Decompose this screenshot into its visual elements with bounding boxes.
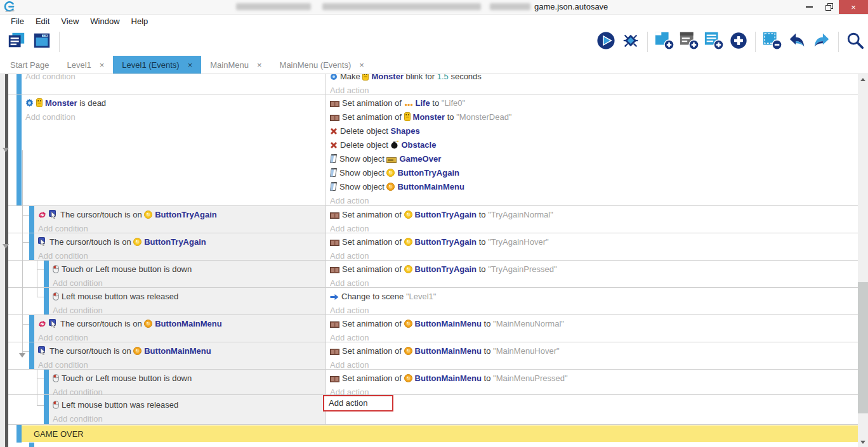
action-line[interactable]: Set animation of ButtonTryAgain to "TryA… xyxy=(330,262,858,276)
scrollbar-thumb[interactable] xyxy=(858,282,868,413)
action-line[interactable]: Set animation of ButtonMainMenu to "Main… xyxy=(330,372,858,385)
action-line[interactable]: Set animation of ButtonMainMenu to "Main… xyxy=(330,317,858,331)
tab-start-page[interactable]: Start Page xyxy=(1,56,58,74)
event-row-cursor-on-mainmenu-inverted: The cursor/touch is on ButtonMainMenuAdd… xyxy=(8,315,858,342)
add-condition-button[interactable]: Add condition xyxy=(25,74,326,84)
condition-line[interactable]: The cursor/touch is on ButtonMainMenu xyxy=(38,344,326,358)
events-left-gutter xyxy=(0,74,5,447)
tab-mainmenu[interactable]: MainMenu× xyxy=(201,56,270,74)
tree-connector-line xyxy=(22,150,23,357)
action-line[interactable]: Set animation of ButtonTryAgain to "TryA… xyxy=(330,208,858,222)
menu-item-file[interactable]: File xyxy=(5,16,30,26)
action-line[interactable]: Set animation of ButtonTryAgain to "TryA… xyxy=(330,235,858,249)
tab-close-icon[interactable]: × xyxy=(188,60,193,70)
remove-event-button[interactable] xyxy=(762,32,782,52)
condition-line[interactable]: The cursor/touch is on ButtonMainMenu xyxy=(38,317,326,331)
mouse-icon xyxy=(53,264,59,276)
condition-line[interactable]: Touch or Left mouse button is down xyxy=(53,372,326,385)
restore-button[interactable] xyxy=(820,0,839,14)
text-part: to xyxy=(477,210,488,219)
conditions-cell: The cursor/touch is on ButtonMainMenuAdd… xyxy=(29,315,326,342)
scroll-down-button[interactable] xyxy=(858,437,868,447)
delete-icon xyxy=(330,139,338,152)
conditions-cell: Left mouse button was releasedAdd condit… xyxy=(44,288,326,314)
conditions-cell: The cursor/touch is on ButtonTryAgainAdd… xyxy=(29,206,326,233)
monster-icon xyxy=(36,98,43,110)
text-part: to xyxy=(482,346,493,356)
add-other-button[interactable] xyxy=(728,32,749,52)
debug-button[interactable] xyxy=(621,32,641,52)
menu-item-view[interactable]: View xyxy=(55,16,84,26)
action-line[interactable]: Show object ButtonMainMenu xyxy=(330,180,858,194)
add-comment-button[interactable] xyxy=(704,32,724,52)
bomb-icon xyxy=(391,139,399,152)
action-line[interactable]: Show object ButtonTryAgain xyxy=(330,166,858,180)
coin-amber-icon xyxy=(133,346,141,358)
condition-line[interactable]: Touch or Left mouse button is down xyxy=(53,262,326,276)
scroll-up-button[interactable] xyxy=(858,74,868,84)
minimize-button[interactable] xyxy=(798,0,820,14)
coin-amber-icon xyxy=(404,373,412,385)
collapse-arrow-icon[interactable] xyxy=(3,148,9,152)
conditions-cell: The cursor/touch is on ButtonMainMenuAdd… xyxy=(29,342,326,369)
actions-cell: Set animation of ButtonMainMenu to "Main… xyxy=(326,342,858,369)
tab-label: MainMenu (Events) xyxy=(280,60,352,70)
scene-editor-button[interactable] xyxy=(32,32,52,52)
tab-label: MainMenu xyxy=(210,60,249,70)
gdevelop-logo-icon xyxy=(3,1,16,13)
action-line[interactable]: Make Monster blink for 1.5 seconds xyxy=(330,74,858,84)
action-line[interactable]: Show object GameOver xyxy=(330,152,858,166)
action-line[interactable]: Change to scene "Level1" xyxy=(330,290,858,304)
add-sub-event-button[interactable] xyxy=(679,32,699,52)
vertical-scrollbar[interactable] xyxy=(858,74,868,447)
menu-item-help[interactable]: Help xyxy=(126,16,154,26)
condition-line[interactable]: The cursor/touch is on ButtonTryAgain xyxy=(38,208,326,222)
collapse-arrow-icon[interactable] xyxy=(3,244,9,249)
tab-close-icon[interactable]: × xyxy=(100,60,105,70)
text-part: Delete object xyxy=(340,126,391,136)
project-manager-button[interactable] xyxy=(6,32,27,52)
menu-item-window[interactable]: Window xyxy=(84,16,125,26)
coin-yellow-icon xyxy=(404,236,412,249)
condition-line[interactable]: The cursor/touch is on ButtonTryAgain xyxy=(38,235,326,249)
condition-line[interactable]: Left mouse button was released xyxy=(53,290,326,304)
search-button[interactable] xyxy=(845,32,865,52)
text-part: to xyxy=(482,373,493,383)
action-line[interactable]: Delete object Obstacle xyxy=(330,138,858,152)
text-part: is dead xyxy=(77,98,107,108)
add-event-button[interactable] xyxy=(654,32,674,52)
gear-icon xyxy=(25,98,34,110)
coin-yellow-icon xyxy=(144,209,152,222)
collapse-arrow-icon[interactable] xyxy=(19,353,25,358)
play-button[interactable] xyxy=(596,32,616,52)
add-event-icon xyxy=(654,30,674,53)
highlighted-add-action-button[interactable]: Add action xyxy=(323,395,393,411)
tree-connector-line xyxy=(37,269,44,270)
action-line[interactable]: Set animation of Monster to "MonsterDead… xyxy=(330,110,858,124)
redo-button[interactable] xyxy=(812,32,832,52)
tab-level1[interactable]: Level1× xyxy=(58,56,113,74)
object-name: ButtonTryAgain xyxy=(397,168,459,178)
action-line[interactable]: Set animation of ButtonMainMenu to "Main… xyxy=(330,344,858,358)
add-condition-button[interactable]: Add condition xyxy=(25,110,326,124)
close-button[interactable]: × xyxy=(839,0,868,14)
tab-close-icon[interactable]: × xyxy=(257,60,262,70)
tab-level1-events-[interactable]: Level1 (Events)× xyxy=(113,56,201,74)
condition-line[interactable]: Left mouse button was released xyxy=(53,398,326,412)
tab-mainmenu-events-[interactable]: MainMenu (Events)× xyxy=(271,56,373,74)
action-line[interactable]: Delete object Shapes xyxy=(330,124,858,138)
tab-close-icon[interactable]: × xyxy=(359,60,364,70)
text-part: Set animation of xyxy=(342,264,404,274)
menu-item-edit[interactable]: Edit xyxy=(30,16,55,26)
add-condition-button[interactable]: Add condition xyxy=(53,412,326,426)
text-part: "MainMenuHover" xyxy=(493,346,560,356)
event-indent-bar xyxy=(44,288,49,314)
text-part: blink for xyxy=(404,74,437,81)
title-bar: game.json.autosave × xyxy=(0,0,868,15)
undo-button[interactable] xyxy=(787,32,807,52)
text-part: Set animation of xyxy=(342,373,404,383)
condition-line[interactable]: Monster is dead xyxy=(25,96,326,110)
action-line[interactable]: Set animation of Life to "Life0" xyxy=(330,96,858,110)
comment-event[interactable]: GAME OVER xyxy=(22,425,858,442)
gameover-icon xyxy=(386,153,397,166)
